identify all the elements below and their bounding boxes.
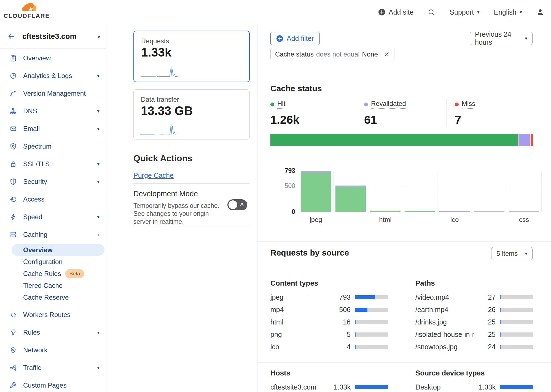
envelope-icon bbox=[9, 125, 17, 133]
sidebar-item-traffic[interactable]: Traffic▾ bbox=[0, 359, 106, 377]
stack-icon bbox=[9, 231, 17, 238]
sidebar-item-label: Email bbox=[23, 125, 97, 133]
cache-status-chart: 7935000jpeghtmlicocss bbox=[299, 171, 541, 212]
sidebar-subitem-cache-reserve[interactable]: Cache Reserve bbox=[12, 291, 104, 303]
chart-bar-css bbox=[509, 211, 539, 212]
sidebar-subitem-cache-rules[interactable]: Cache RulesBeta bbox=[12, 268, 104, 280]
search-icon[interactable] bbox=[428, 9, 435, 16]
bar-segment-hit bbox=[301, 172, 331, 212]
legend-dot-icon bbox=[270, 103, 274, 106]
item-label: cftestsite3.com bbox=[270, 383, 329, 391]
item-label: /earth.mp4 bbox=[415, 306, 474, 314]
item-bar-fill bbox=[500, 385, 533, 389]
sidebar-item-dns[interactable]: DNS▾ bbox=[0, 102, 106, 120]
site-switcher-caret-icon[interactable]: ▸ bbox=[98, 34, 101, 39]
item-label: mp4 bbox=[270, 306, 329, 314]
chart-bar-col4 bbox=[405, 211, 435, 212]
sidebar-item-overview[interactable]: Overview bbox=[0, 49, 106, 67]
item-bar-fill bbox=[500, 295, 501, 299]
data-transfer-card[interactable]: Data transfer 13.33 GB bbox=[133, 89, 250, 139]
data-transfer-card-label: Data transfer bbox=[141, 96, 179, 103]
items-count-select[interactable]: 5 items ▾ bbox=[491, 247, 533, 260]
top-header: CLOUDFLARE Add site Support ▾ English ▾ bbox=[0, 0, 551, 24]
requests-card-value: 1.33k bbox=[141, 45, 171, 59]
sidebar-subitem-tiered-cache[interactable]: Tiered Cache bbox=[12, 280, 104, 291]
item-bar-fill bbox=[355, 345, 356, 349]
sidebar-item-access[interactable]: Access bbox=[0, 190, 106, 208]
gridline bbox=[403, 171, 403, 212]
filter-chip[interactable]: Cache status does not equal None bbox=[270, 48, 394, 60]
sidebar-item-label: Traffic bbox=[23, 364, 97, 372]
stat-value: 61 bbox=[364, 113, 447, 127]
sidebar-item-workers-routes[interactable]: Workers Routes bbox=[0, 306, 106, 324]
requests-sparkline bbox=[141, 63, 178, 78]
chevron-down-icon: ▾ bbox=[97, 108, 100, 114]
code-icon bbox=[9, 311, 17, 319]
close-icon[interactable] bbox=[384, 51, 390, 57]
item-value: 1.33k bbox=[474, 383, 496, 391]
item-label: ico bbox=[270, 343, 329, 351]
sidebar-item-version-management[interactable]: Version Management bbox=[0, 85, 106, 102]
stat-label[interactable]: Miss bbox=[455, 100, 475, 109]
add-site-button[interactable]: Add site bbox=[378, 8, 413, 16]
user-icon[interactable] bbox=[536, 8, 544, 16]
wrench-icon bbox=[9, 382, 17, 389]
x-axis-label: css bbox=[507, 216, 541, 224]
cloudflare-logo[interactable]: CLOUDFLARE bbox=[4, 2, 49, 20]
stat-value: 7 bbox=[455, 113, 533, 127]
sidebar-subitem-label: Cache Reserve bbox=[23, 294, 69, 301]
sidebar-item-email[interactable]: Email▾ bbox=[0, 120, 106, 138]
chevron-down-icon: ▾ bbox=[97, 365, 100, 371]
sidebar-item-spectrum[interactable]: Spectrum bbox=[0, 138, 106, 155]
sidebar-item-label: Rules bbox=[23, 329, 97, 336]
stackbar-segment-miss bbox=[531, 134, 533, 146]
sidebar-item-caching[interactable]: Caching▴ bbox=[0, 226, 106, 243]
cloudflare-cloud-icon bbox=[21, 2, 37, 12]
paths-heading: Paths bbox=[415, 279, 435, 288]
data-transfer-card-value: 13.33 GB bbox=[141, 104, 193, 118]
stat-label[interactable]: Revalidated bbox=[364, 100, 406, 109]
back-arrow-icon[interactable] bbox=[7, 33, 15, 40]
item-bar-track bbox=[500, 295, 533, 299]
purge-cache-link[interactable]: Purge Cache bbox=[133, 171, 174, 179]
cache-status-stat-hit: Hit1.26k bbox=[270, 99, 356, 127]
paths-rows: /video.mp427/earth.mp426/drinks.jpg25/is… bbox=[415, 291, 533, 353]
sidebar-item-network[interactable]: Network bbox=[0, 341, 106, 359]
sidebar-item-speed[interactable]: Speed▾ bbox=[0, 208, 106, 226]
source-device-types-rows: Desktop1.33k bbox=[415, 381, 533, 392]
branch-icon bbox=[9, 90, 17, 97]
gridline bbox=[368, 171, 368, 212]
sidebar-item-rules[interactable]: Rules▾ bbox=[0, 324, 106, 341]
add-filter-button[interactable]: Add filter bbox=[270, 32, 320, 45]
sidebar-item-analytics-logs[interactable]: Analytics & Logs▾ bbox=[0, 67, 106, 85]
item-label: png bbox=[270, 331, 329, 339]
legend-dot-icon bbox=[364, 103, 368, 106]
item-value: 4 bbox=[329, 343, 351, 351]
sidebar-subitem-configuration[interactable]: Configuration bbox=[12, 256, 104, 268]
sidebar-item-security[interactable]: Security▾ bbox=[0, 173, 106, 190]
bar-segment-hit bbox=[405, 211, 435, 212]
stat-value: 1.26k bbox=[270, 113, 356, 127]
language-menu[interactable]: English ▾ bbox=[494, 8, 522, 16]
access-icon bbox=[9, 195, 17, 203]
sidebar-subitem-overview[interactable]: Overview bbox=[12, 244, 104, 256]
plus-circle-icon bbox=[276, 35, 283, 42]
gridline bbox=[472, 171, 472, 212]
development-mode-toggle[interactable]: ✕ bbox=[227, 199, 247, 210]
bolt-icon bbox=[9, 213, 17, 221]
item-bar-track bbox=[500, 345, 533, 349]
chart-bar-col2 bbox=[335, 186, 366, 212]
item-value: 25 bbox=[474, 318, 496, 326]
time-range-select[interactable]: Previous 24 hours ▾ bbox=[470, 32, 533, 45]
filter-value: None bbox=[362, 50, 378, 58]
item-label: /drinks.jpg bbox=[415, 318, 474, 326]
requests-card[interactable]: Requests 1.33k bbox=[133, 31, 250, 82]
stat-label[interactable]: Hit bbox=[270, 100, 285, 109]
sidebar-item-ssl-tls[interactable]: SSL/TLS▾ bbox=[0, 155, 106, 173]
site-header: cftestsite3.com ▸ bbox=[0, 24, 106, 49]
middle-column: Requests 1.33k Data transfer 13.33 GB Qu… bbox=[106, 24, 257, 392]
bar-segment-hit bbox=[335, 187, 366, 212]
sidebar-item-custom-pages[interactable]: Custom Pages bbox=[0, 377, 106, 392]
item-label: html bbox=[270, 318, 329, 326]
support-menu[interactable]: Support ▾ bbox=[450, 8, 479, 16]
